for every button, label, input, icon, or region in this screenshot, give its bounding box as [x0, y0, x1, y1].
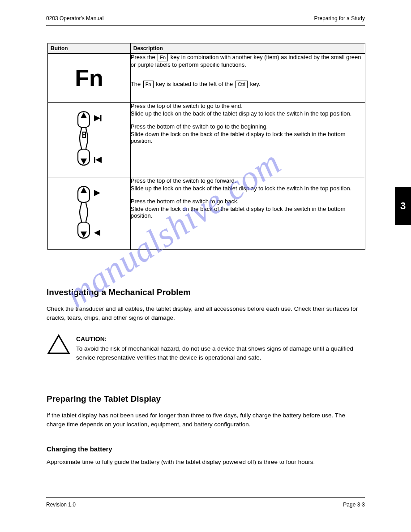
preparing-paragraph: If the tablet display has not been used …: [47, 411, 364, 429]
row2-l2: Slide up the lock on the back of the tab…: [131, 110, 365, 117]
keycap-fn-2: Fn: [143, 81, 154, 88]
sub-heading-charging: Charging the battery: [47, 445, 112, 453]
svg-marker-4: [94, 115, 100, 121]
row3-l2: Slide up the lock on the back of the tab…: [131, 185, 365, 192]
fn-description: Press the Fn key in combination with ano…: [131, 54, 365, 68]
investigating-paragraph: Check the transducer and all cables, the…: [47, 305, 364, 322]
svg-marker-10: [48, 335, 69, 353]
section-heading-investigating: Investigating a Mechanical Problem: [47, 287, 191, 297]
back-icon: [94, 230, 100, 236]
svg-marker-0: [81, 112, 87, 118]
top-rule: [46, 25, 365, 26]
fn-key-icon: Fn: [48, 54, 130, 102]
row2-l3: Press the bottom of the switch to go to …: [131, 123, 365, 130]
svg-rect-5: [100, 115, 102, 121]
row3-l4: Slide down the lock on the back of the t…: [131, 206, 365, 219]
row3-l1: Press the top of the switch to go forwar…: [131, 177, 365, 184]
row2-l1: Press the top of the switch to go to the…: [131, 103, 365, 109]
footer-left: Revision 1.0: [46, 502, 76, 508]
fn-description-2: The Fn key is located to the left of the…: [131, 81, 365, 88]
row2-l4: Slide down the lock on the back of the t…: [131, 131, 365, 144]
chapter-tab: 3: [395, 187, 411, 225]
table-row: Fn Press the Fn key in combination with …: [48, 54, 365, 103]
svg-marker-9: [81, 232, 87, 237]
svg-rect-7: [94, 157, 95, 163]
row3-l3: Press the bottom of the switch to go bac…: [131, 198, 365, 205]
header-right: Preparing for a Study: [314, 15, 365, 21]
forward-icon: [94, 190, 100, 196]
end-begin-switch-icon: [69, 106, 109, 173]
table-header-button: Button: [48, 43, 131, 54]
table-header-description: Description: [130, 43, 365, 54]
bottom-rule: [46, 497, 365, 498]
caution-icon: [47, 334, 71, 355]
buttons-table: Button Description Fn Press the Fn key i…: [47, 43, 365, 250]
svg-marker-8: [81, 187, 87, 193]
svg-marker-3: [81, 159, 87, 164]
charging-paragraph: Approximate time to fully guide the batt…: [47, 458, 364, 467]
caution-body: To avoid the risk of mechanical hazard, …: [76, 344, 364, 362]
keycap-fn: Fn: [158, 54, 168, 61]
table-row: Press the top of the switch to go forwar…: [48, 177, 365, 250]
begin-icon: [94, 157, 102, 163]
fwd-back-switch-icon: [69, 181, 109, 246]
header-left: 0203 Operator's Manual: [46, 15, 103, 21]
footer-right: Page 3-3: [343, 502, 365, 508]
section-heading-preparing: Preparing the Tablet Display: [47, 394, 161, 404]
table-row: Press the top of the switch to go to the…: [48, 103, 365, 177]
caution-label: CAUTION:: [76, 335, 107, 343]
svg-marker-6: [95, 157, 102, 163]
end-icon: [94, 115, 102, 121]
keycap-ctrl: Ctrl: [235, 81, 248, 88]
